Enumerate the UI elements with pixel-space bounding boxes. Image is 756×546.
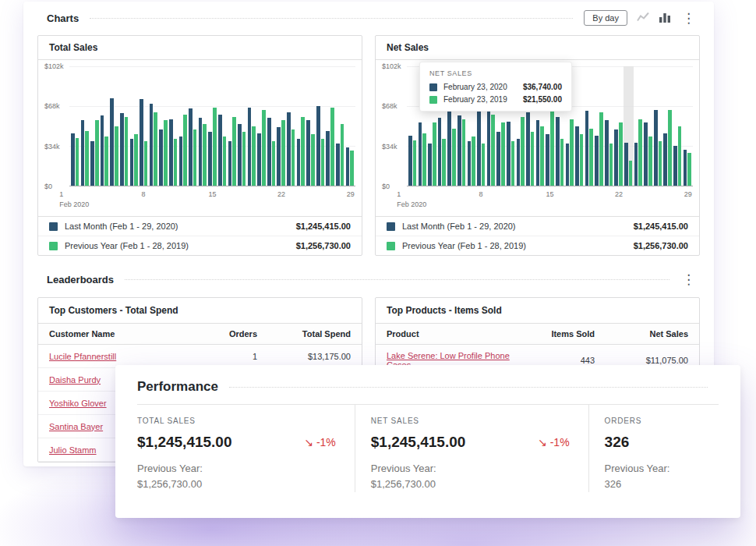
bar (223, 136, 227, 186)
charts-section-header: Charts By day ⋮ (23, 2, 714, 30)
bar (585, 111, 589, 186)
bar-chart-toggle-button[interactable] (659, 11, 671, 26)
bar-group[interactable] (634, 66, 642, 186)
bar-group[interactable] (218, 66, 226, 186)
bar (570, 119, 574, 186)
bar-group[interactable] (624, 66, 632, 186)
bar-group[interactable] (346, 66, 354, 186)
bar (159, 129, 163, 186)
bar-group[interactable] (614, 66, 622, 186)
bar-group[interactable] (150, 66, 157, 186)
leaderboards-section-header: Leaderboards ⋮ (23, 256, 714, 292)
bar-group[interactable] (248, 66, 256, 186)
bar-group[interactable] (179, 66, 187, 186)
legend-item[interactable]: Previous Year (Feb 1 - 28, 2019)$1,256,7… (38, 236, 362, 255)
bar-group[interactable] (297, 66, 305, 186)
bar-group[interactable] (326, 66, 334, 186)
bar-group[interactable] (110, 66, 118, 186)
leaderboards-kebab-menu[interactable]: ⋮ (680, 273, 697, 286)
bar (291, 129, 295, 186)
row-link[interactable]: Santina Bayer (49, 422, 103, 431)
legend-item[interactable]: Last Month (Feb 1 - 29, 2020)$1,245,415.… (376, 216, 699, 236)
tooltip-date: February 23, 2020 (443, 83, 507, 91)
bar-group[interactable] (663, 66, 671, 186)
bar-group[interactable] (140, 66, 147, 186)
row-link[interactable]: Daisha Purdy (49, 375, 101, 385)
interval-select[interactable]: By day (584, 10, 627, 26)
bar (517, 139, 521, 186)
bar-group[interactable] (408, 66, 416, 186)
bar-group[interactable] (585, 66, 593, 186)
row-link[interactable]: Julio Stamm (49, 445, 97, 455)
bar (213, 108, 217, 186)
row-link[interactable]: Lucile Pfannerstill (49, 352, 116, 361)
bar (526, 112, 530, 186)
bar-group[interactable] (257, 66, 265, 186)
bar-group[interactable] (673, 66, 681, 186)
charts-kebab-menu[interactable]: ⋮ (680, 12, 697, 25)
bar (447, 101, 451, 186)
bar-group[interactable] (101, 66, 108, 186)
bar (687, 153, 691, 186)
bar (232, 117, 236, 186)
bar (487, 108, 491, 186)
bar (101, 115, 104, 186)
stat-label: ORDERS (605, 417, 708, 425)
legend-label: Last Month (Feb 1 - 29, 2020) (402, 222, 516, 231)
bar (575, 126, 579, 186)
bar-group[interactable] (684, 66, 691, 186)
bar-group[interactable] (90, 66, 98, 186)
bar-group[interactable] (169, 66, 177, 186)
bar-group[interactable] (287, 66, 295, 186)
bar-group[interactable] (575, 66, 583, 186)
legend-item[interactable]: Previous Year (Feb 1 - 28, 2019)$1,256,7… (376, 236, 699, 255)
y-tick-label: $68k (382, 102, 397, 110)
row-link[interactable]: Yoshiko Glover (49, 399, 107, 408)
performance-header: Performance (115, 365, 740, 404)
chart-controls: By day ⋮ (584, 10, 697, 26)
x-tick-label: 22 (277, 190, 285, 198)
bar-group[interactable] (81, 66, 89, 186)
bar (321, 139, 325, 186)
bar-group[interactable] (71, 66, 79, 186)
bar-group[interactable] (267, 66, 275, 186)
bar-group[interactable] (605, 66, 613, 186)
bar-group[interactable] (159, 66, 167, 186)
bar-group[interactable] (238, 66, 246, 186)
bar-group[interactable] (130, 66, 138, 186)
line-chart-toggle-button[interactable] (637, 11, 649, 26)
performance-stat[interactable]: ORDERS326Previous Year:326 (588, 405, 719, 492)
bar-group[interactable] (306, 66, 314, 186)
bar (634, 143, 638, 186)
bar (663, 133, 667, 186)
bar-group[interactable] (595, 66, 602, 186)
bar (422, 133, 426, 186)
bar-group[interactable] (644, 66, 652, 186)
bar-group[interactable] (208, 66, 216, 186)
chart-plot[interactable] (69, 66, 355, 186)
x-tick-label: 15 (208, 190, 216, 198)
bar (140, 99, 143, 186)
bar-group[interactable] (189, 66, 196, 186)
bar-group[interactable] (199, 66, 207, 186)
bar-group[interactable] (316, 66, 324, 186)
bar (580, 134, 584, 186)
header-divider (229, 387, 708, 388)
bar (496, 132, 500, 186)
column-header: Customer Name (49, 329, 190, 339)
bar (457, 115, 461, 186)
legend-item[interactable]: Last Month (Feb 1 - 29, 2020)$1,245,415.… (38, 216, 362, 236)
bar (257, 133, 261, 186)
bar-group[interactable] (336, 66, 344, 186)
legend-value: $1,256,730.00 (634, 241, 688, 250)
charts-row: Total Sales $102k$68k$34k$0 1Feb 2020815… (23, 30, 714, 256)
performance-stat[interactable]: NET SALES$1,245,415.00↘-1%Previous Year:… (355, 405, 588, 492)
legend-color-swatch (387, 222, 395, 231)
performance-stat[interactable]: TOTAL SALES$1,245,415.00↘-1%Previous Yea… (137, 405, 355, 492)
bar-group[interactable] (654, 66, 662, 186)
bar-group[interactable] (277, 66, 284, 186)
bar-group[interactable] (120, 66, 128, 186)
bar-group[interactable] (228, 66, 236, 186)
bar (599, 112, 603, 186)
bar (242, 132, 246, 186)
